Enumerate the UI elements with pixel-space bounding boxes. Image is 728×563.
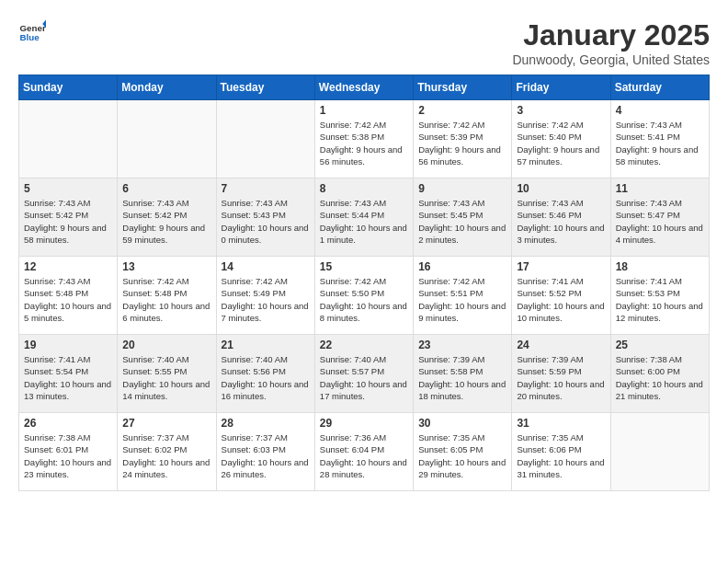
day-number: 10: [517, 182, 605, 195]
day-info: Sunrise: 7:40 AMSunset: 5:55 PMDaylight:…: [122, 353, 210, 402]
day-number: 4: [616, 104, 704, 117]
day-info: Sunrise: 7:42 AMSunset: 5:49 PMDaylight:…: [222, 275, 310, 324]
day-cell: 19Sunrise: 7:41 AMSunset: 5:54 PMDayligh…: [19, 335, 118, 413]
day-cell: 9Sunrise: 7:43 AMSunset: 5:45 PMDaylight…: [414, 178, 512, 257]
day-cell: 15Sunrise: 7:42 AMSunset: 5:50 PMDayligh…: [314, 257, 413, 335]
day-cell: 23Sunrise: 7:39 AMSunset: 5:58 PMDayligh…: [414, 335, 512, 413]
day-info: Sunrise: 7:38 AMSunset: 6:01 PMDaylight:…: [24, 431, 112, 480]
day-info: Sunrise: 7:42 AMSunset: 5:51 PMDaylight:…: [418, 275, 506, 324]
day-info: Sunrise: 7:38 AMSunset: 6:00 PMDaylight:…: [616, 353, 704, 402]
calendar-title: January 2025: [512, 18, 710, 52]
day-info: Sunrise: 7:37 AMSunset: 6:02 PMDaylight:…: [122, 431, 210, 480]
day-info: Sunrise: 7:40 AMSunset: 5:56 PMDaylight:…: [222, 353, 310, 402]
header-tuesday: Tuesday: [216, 75, 314, 100]
header-sunday: Sunday: [19, 75, 118, 100]
weekday-header-row: Sunday Monday Tuesday Wednesday Thursday…: [19, 75, 710, 100]
day-cell: 16Sunrise: 7:42 AMSunset: 5:51 PMDayligh…: [414, 257, 512, 335]
day-number: 11: [616, 182, 704, 195]
day-cell: 30Sunrise: 7:35 AMSunset: 6:05 PMDayligh…: [414, 413, 512, 491]
day-info: Sunrise: 7:41 AMSunset: 5:52 PMDaylight:…: [517, 275, 605, 324]
day-cell: 21Sunrise: 7:40 AMSunset: 5:56 PMDayligh…: [216, 335, 314, 413]
day-cell: 7Sunrise: 7:43 AMSunset: 5:43 PMDaylight…: [216, 178, 314, 257]
day-cell: [216, 100, 314, 178]
logo-icon: General Blue: [18, 18, 46, 46]
day-info: Sunrise: 7:43 AMSunset: 5:47 PMDaylight:…: [616, 197, 704, 246]
page-header: General Blue January 2025 Dunwoody, Geor…: [18, 18, 710, 67]
day-info: Sunrise: 7:35 AMSunset: 6:06 PMDaylight:…: [517, 431, 605, 480]
day-info: Sunrise: 7:39 AMSunset: 5:58 PMDaylight:…: [418, 353, 506, 402]
day-number: 21: [222, 339, 310, 351]
day-info: Sunrise: 7:43 AMSunset: 5:41 PMDaylight:…: [616, 119, 704, 167]
day-cell: [610, 413, 709, 491]
day-info: Sunrise: 7:42 AMSunset: 5:38 PMDaylight:…: [320, 119, 408, 167]
day-number: 12: [24, 260, 112, 273]
header-friday: Friday: [512, 75, 610, 100]
day-cell: 11Sunrise: 7:43 AMSunset: 5:47 PMDayligh…: [610, 178, 709, 257]
week-row-3: 12Sunrise: 7:43 AMSunset: 5:48 PMDayligh…: [19, 257, 710, 335]
week-row-2: 5Sunrise: 7:43 AMSunset: 5:42 PMDaylight…: [19, 178, 710, 257]
logo: General Blue: [18, 18, 46, 46]
day-info: Sunrise: 7:42 AMSunset: 5:39 PMDaylight:…: [418, 119, 506, 167]
day-cell: [19, 100, 118, 178]
day-info: Sunrise: 7:43 AMSunset: 5:45 PMDaylight:…: [418, 197, 506, 246]
day-cell: 12Sunrise: 7:43 AMSunset: 5:48 PMDayligh…: [19, 257, 118, 335]
day-info: Sunrise: 7:42 AMSunset: 5:40 PMDaylight:…: [517, 119, 605, 167]
day-cell: 26Sunrise: 7:38 AMSunset: 6:01 PMDayligh…: [19, 413, 118, 491]
day-info: Sunrise: 7:43 AMSunset: 5:44 PMDaylight:…: [320, 197, 408, 246]
day-cell: 4Sunrise: 7:43 AMSunset: 5:41 PMDaylight…: [610, 100, 709, 178]
day-cell: 20Sunrise: 7:40 AMSunset: 5:55 PMDayligh…: [118, 335, 216, 413]
week-row-1: 1Sunrise: 7:42 AMSunset: 5:38 PMDaylight…: [19, 100, 710, 178]
day-number: 6: [122, 182, 210, 195]
day-info: Sunrise: 7:36 AMSunset: 6:04 PMDaylight:…: [320, 431, 408, 480]
day-number: 22: [320, 339, 408, 351]
day-number: 1: [320, 104, 408, 117]
calendar-subtitle: Dunwoody, Georgia, United States: [512, 52, 710, 67]
day-cell: 22Sunrise: 7:40 AMSunset: 5:57 PMDayligh…: [314, 335, 413, 413]
day-info: Sunrise: 7:41 AMSunset: 5:54 PMDaylight:…: [24, 353, 112, 402]
day-number: 20: [122, 339, 210, 351]
week-row-5: 26Sunrise: 7:38 AMSunset: 6:01 PMDayligh…: [19, 413, 710, 491]
title-section: January 2025 Dunwoody, Georgia, United S…: [512, 18, 710, 67]
week-row-4: 19Sunrise: 7:41 AMSunset: 5:54 PMDayligh…: [19, 335, 710, 413]
day-cell: 27Sunrise: 7:37 AMSunset: 6:02 PMDayligh…: [118, 413, 216, 491]
day-number: 9: [418, 182, 506, 195]
day-info: Sunrise: 7:43 AMSunset: 5:46 PMDaylight:…: [517, 197, 605, 246]
day-number: 13: [122, 260, 210, 273]
day-info: Sunrise: 7:42 AMSunset: 5:50 PMDaylight:…: [320, 275, 408, 324]
header-thursday: Thursday: [414, 75, 512, 100]
day-number: 23: [418, 339, 506, 351]
day-info: Sunrise: 7:41 AMSunset: 5:53 PMDaylight:…: [616, 275, 704, 324]
day-cell: 17Sunrise: 7:41 AMSunset: 5:52 PMDayligh…: [512, 257, 610, 335]
day-number: 16: [418, 260, 506, 273]
day-cell: 14Sunrise: 7:42 AMSunset: 5:49 PMDayligh…: [216, 257, 314, 335]
day-cell: 6Sunrise: 7:43 AMSunset: 5:42 PMDaylight…: [118, 178, 216, 257]
day-cell: 10Sunrise: 7:43 AMSunset: 5:46 PMDayligh…: [512, 178, 610, 257]
svg-text:Blue: Blue: [20, 32, 40, 42]
day-number: 29: [320, 417, 408, 430]
day-number: 14: [222, 260, 310, 273]
day-cell: 28Sunrise: 7:37 AMSunset: 6:03 PMDayligh…: [216, 413, 314, 491]
svg-text:General: General: [20, 23, 47, 33]
calendar-table: Sunday Monday Tuesday Wednesday Thursday…: [18, 75, 710, 491]
day-number: 26: [24, 417, 112, 430]
day-number: 27: [122, 417, 210, 430]
day-cell: [118, 100, 216, 178]
day-number: 25: [616, 339, 704, 351]
day-info: Sunrise: 7:43 AMSunset: 5:42 PMDaylight:…: [122, 197, 210, 246]
day-info: Sunrise: 7:39 AMSunset: 5:59 PMDaylight:…: [517, 353, 605, 402]
day-number: 18: [616, 260, 704, 273]
day-cell: 24Sunrise: 7:39 AMSunset: 5:59 PMDayligh…: [512, 335, 610, 413]
day-cell: 2Sunrise: 7:42 AMSunset: 5:39 PMDaylight…: [414, 100, 512, 178]
day-number: 3: [517, 104, 605, 117]
day-cell: 8Sunrise: 7:43 AMSunset: 5:44 PMDaylight…: [314, 178, 413, 257]
day-number: 24: [517, 339, 605, 351]
day-cell: 18Sunrise: 7:41 AMSunset: 5:53 PMDayligh…: [610, 257, 709, 335]
day-info: Sunrise: 7:37 AMSunset: 6:03 PMDaylight:…: [222, 431, 310, 480]
day-info: Sunrise: 7:40 AMSunset: 5:57 PMDaylight:…: [320, 353, 408, 402]
day-number: 15: [320, 260, 408, 273]
day-number: 31: [517, 417, 605, 430]
header-saturday: Saturday: [610, 75, 709, 100]
day-number: 7: [222, 182, 310, 195]
day-cell: 25Sunrise: 7:38 AMSunset: 6:00 PMDayligh…: [610, 335, 709, 413]
day-cell: 1Sunrise: 7:42 AMSunset: 5:38 PMDaylight…: [314, 100, 413, 178]
